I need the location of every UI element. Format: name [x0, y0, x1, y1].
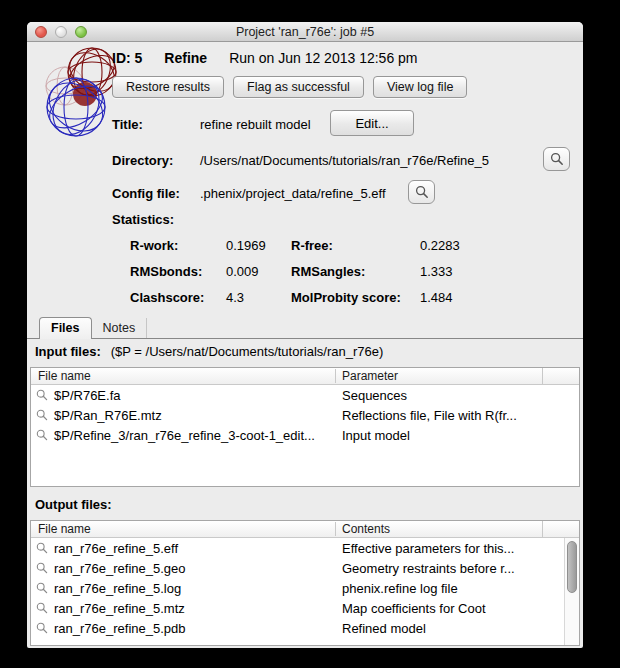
output-files-heading: Output files: — [35, 497, 112, 512]
output-files-table: File name Contents ran_r76e_refine_5.eff… — [30, 520, 580, 646]
column-header-file-name[interactable]: File name — [31, 522, 335, 536]
tab-notes[interactable]: Notes — [92, 318, 148, 338]
tab-bar: Files Notes — [39, 318, 147, 339]
file-name: $P/R76E.fa — [54, 388, 121, 403]
title-label: Title: — [112, 117, 143, 132]
input-path-note: ($P = /Users/nat/Documents/tutorials/ran… — [111, 344, 384, 359]
search-icon[interactable] — [36, 582, 48, 594]
restore-results-button[interactable]: Restore results — [112, 76, 224, 98]
config-file-value: .phenix/project_data/refine_5.eff — [200, 186, 386, 201]
file-name: ran_r76e_refine_5.eff — [54, 541, 178, 556]
file-contents: Geometry restraints before r... — [336, 561, 579, 576]
input-files-table: File name Parameter $P/R76E.fa Sequences… — [30, 367, 580, 487]
column-header-contents[interactable]: Contents — [335, 522, 542, 536]
file-name: ran_r76e_refine_5.mtz — [54, 601, 185, 616]
job-run-info: Run on Jun 12 2013 12:56 pm — [229, 50, 417, 66]
search-icon[interactable] — [36, 622, 48, 634]
table-row[interactable]: ran_r76e_refine_5.eff Effective paramete… — [31, 538, 579, 558]
edit-title-button[interactable]: Edit... — [330, 110, 414, 136]
view-log-button[interactable]: View log file — [373, 76, 467, 98]
file-name: $P/Ran_R76E.mtz — [54, 408, 162, 423]
file-contents: Effective parameters for this... — [336, 541, 579, 556]
file-parameter: Reflections file, File with R(fr... — [336, 408, 579, 423]
stat-value: 1.333 — [420, 264, 460, 279]
statistics-grid: R-work: 0.1969 R-free: 0.2283 RMSbonds: … — [130, 238, 460, 305]
tab-files[interactable]: Files — [39, 317, 92, 339]
window-title: Project 'ran_r76e': job #5 — [27, 25, 583, 39]
input-files-label: Input files: — [35, 344, 101, 359]
file-name: ran_r76e_refine_5.log — [54, 581, 181, 596]
file-name: ran_r76e_refine_5.geo — [54, 561, 186, 576]
window-titlebar[interactable]: Project 'ran_r76e': job #5 — [27, 22, 583, 42]
table-row[interactable]: $P/R76E.fa Sequences — [31, 385, 579, 405]
column-header-spacer — [542, 368, 579, 384]
directory-value: /Users/nat/Documents/tutorials/ran_r76e/… — [200, 153, 489, 168]
file-name: $P/Refine_3/ran_r76e_refine_3-coot-1_edi… — [54, 428, 315, 443]
config-file-label: Config file: — [112, 186, 180, 201]
output-table-header: File name Contents — [31, 521, 579, 538]
search-icon[interactable] — [36, 429, 48, 441]
table-row[interactable]: $P/Refine_3/ran_r76e_refine_3-coot-1_edi… — [31, 425, 579, 445]
job-action-buttons: Restore results Flag as successful View … — [112, 76, 467, 98]
search-icon — [415, 185, 429, 199]
flag-successful-button[interactable]: Flag as successful — [233, 76, 364, 98]
stat-label: MolProbity score: — [291, 290, 420, 305]
table-row[interactable]: ran_r76e_refine_5.pdb Refined model — [31, 618, 579, 638]
table-row[interactable]: ran_r76e_refine_5.log phenix.refine log … — [31, 578, 579, 598]
vertical-scrollbar[interactable] — [564, 538, 579, 645]
file-name: ran_r76e_refine_5.pdb — [54, 621, 186, 636]
stat-label: RMSbonds: — [130, 264, 226, 279]
molecule-icon — [43, 44, 121, 144]
stat-label: RMSangles: — [291, 264, 420, 279]
search-icon[interactable] — [36, 602, 48, 614]
stat-value: 1.484 — [420, 290, 460, 305]
statistics-heading: Statistics: — [112, 212, 174, 227]
search-icon[interactable] — [36, 389, 48, 401]
job-type: Refine — [164, 50, 207, 66]
file-parameter: Sequences — [336, 388, 579, 403]
title-value: refine rebuilt model — [200, 117, 311, 132]
file-contents: Map coefficients for Coot — [336, 601, 579, 616]
search-icon[interactable] — [36, 562, 48, 574]
table-row[interactable]: ran_r76e_refine_5.geo Geometry restraint… — [31, 558, 579, 578]
input-table-header: File name Parameter — [31, 368, 579, 385]
scrollbar-thumb[interactable] — [567, 541, 577, 593]
search-icon[interactable] — [36, 409, 48, 421]
desktop-background: Project 'ran_r76e': job #5 — [0, 0, 620, 668]
directory-label: Directory: — [112, 153, 173, 168]
file-contents: phenix.refine log file — [336, 581, 579, 596]
stat-label: Clashscore: — [130, 290, 226, 305]
job-detail-window: Project 'ran_r76e': job #5 — [27, 22, 583, 648]
stat-value: 0.2283 — [420, 238, 460, 253]
file-parameter: Input model — [336, 428, 579, 443]
view-config-button[interactable] — [408, 180, 435, 204]
stat-value: 4.3 — [226, 290, 291, 305]
column-header-spacer — [542, 521, 579, 537]
stat-label: R-work: — [130, 238, 226, 253]
table-row[interactable]: $P/Ran_R76E.mtz Reflections file, File w… — [31, 405, 579, 425]
stat-value: 0.009 — [226, 264, 291, 279]
stat-label: R-free: — [291, 238, 420, 253]
output-files-label: Output files: — [35, 497, 112, 512]
table-row[interactable]: ran_r76e_refine_5.mtz Map coefficients f… — [31, 598, 579, 618]
job-id: ID: 5 — [112, 50, 142, 66]
file-contents: Refined model — [336, 621, 579, 636]
stat-value: 0.1969 — [226, 238, 291, 253]
column-header-file-name[interactable]: File name — [31, 369, 335, 383]
input-files-heading: Input files:($P = /Users/nat/Documents/t… — [35, 344, 383, 359]
search-icon[interactable] — [36, 542, 48, 554]
job-header: ID: 5RefineRun on Jun 12 2013 12:56 pm — [112, 50, 418, 66]
browse-directory-button[interactable] — [543, 147, 570, 171]
column-header-parameter[interactable]: Parameter — [335, 369, 542, 383]
search-icon — [550, 152, 564, 166]
